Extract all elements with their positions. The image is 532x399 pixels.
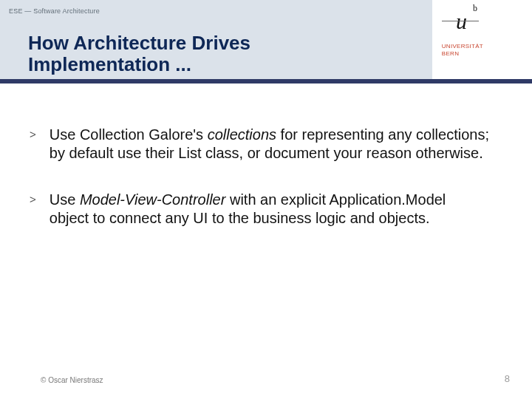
- bullet-em: collections: [208, 126, 276, 143]
- bullet-em: Model-View-Controller: [80, 191, 225, 208]
- logo-divider: [442, 21, 479, 21]
- title-line-1: How Architecture Drives: [28, 32, 250, 54]
- logo-u-letter: u: [456, 9, 467, 34]
- content-area: > Use Collection Galore's collections fo…: [30, 126, 489, 256]
- page-number: 8: [505, 373, 510, 384]
- course-label: ESE — Software Architecture: [9, 7, 100, 15]
- title-line-2: Implementation ...: [28, 53, 191, 75]
- divider-bar: [0, 79, 532, 83]
- logo-university-text: UNIVERSITÄT BERN: [442, 43, 483, 57]
- bullet-item: > Use Model-View-Controller with an expl…: [30, 191, 489, 228]
- bullet-text: Use Collection Galore's collections for …: [50, 126, 489, 163]
- bullet-item: > Use Collection Galore's collections fo…: [30, 126, 489, 163]
- bullet-marker: >: [30, 193, 36, 205]
- slide-title: How Architecture Drives Implementation .…: [28, 33, 250, 75]
- logo-uni-line1: UNIVERSITÄT: [442, 43, 483, 50]
- bullet-pre: Use: [50, 191, 80, 208]
- logo-b-letter: b: [473, 3, 477, 14]
- bullet-marker: >: [30, 128, 36, 140]
- footer-copyright: © Oscar Nierstrasz: [41, 376, 103, 384]
- bullet-pre: Use Collection Galore's: [50, 126, 208, 143]
- university-logo: u b UNIVERSITÄT BERN: [432, 0, 532, 79]
- logo-uni-line2: BERN: [442, 50, 459, 57]
- bullet-text: Use Model-View-Controller with an explic…: [50, 191, 489, 228]
